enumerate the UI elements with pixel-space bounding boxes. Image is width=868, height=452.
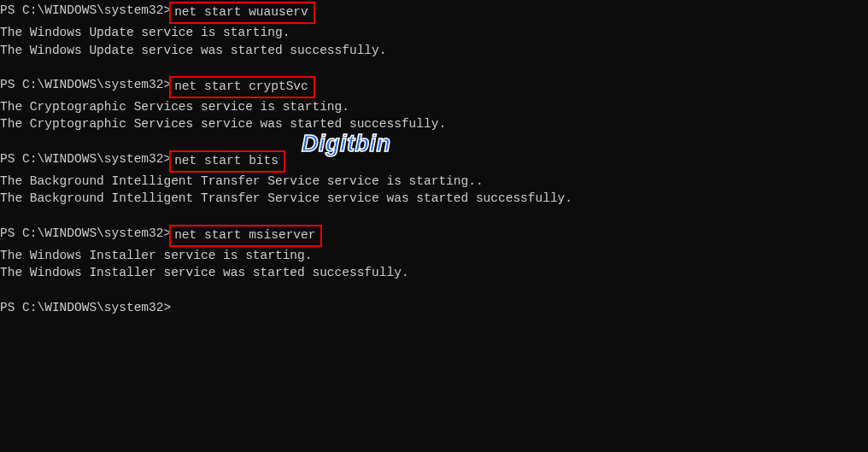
output-line: The Cryptographic Services service was s…: [0, 115, 868, 132]
output-line: The Background Intelligent Transfer Serv…: [0, 173, 868, 190]
command-highlight: net start msiserver: [169, 225, 322, 247]
prompt-text: PS C:\WINDOWS\system32>: [0, 225, 171, 242]
terminal-window[interactable]: PS C:\WINDOWS\system32> net start wuause…: [0, 2, 868, 452]
command-text: net start wuauserv: [174, 5, 308, 19]
command-line-4[interactable]: PS C:\WINDOWS\system32> net start msiser…: [0, 225, 868, 247]
command-highlight: net start bits: [169, 150, 285, 173]
output-line: The Windows Installer service was starte…: [0, 264, 868, 281]
prompt-text: PS C:\WINDOWS\system32>: [0, 150, 171, 167]
prompt-text: PS C:\WINDOWS\system32>: [0, 299, 171, 316]
prompt-text: PS C:\WINDOWS\system32>: [0, 2, 171, 19]
command-highlight: net start wuauserv: [169, 2, 315, 24]
output-line: The Cryptographic Services service is st…: [0, 98, 868, 115]
output-line: The Windows Installer service is startin…: [0, 247, 868, 264]
blank-line: [0, 59, 868, 76]
watermark-text: Digitbin: [302, 128, 390, 161]
command-line-1[interactable]: PS C:\WINDOWS\system32> net start wuause…: [0, 2, 868, 24]
blank-line: [0, 133, 868, 150]
command-text: net start msiserver: [174, 228, 315, 242]
prompt-text: PS C:\WINDOWS\system32>: [0, 76, 171, 93]
command-line-cursor[interactable]: PS C:\WINDOWS\system32>: [0, 299, 868, 316]
output-line: The Background Intelligent Transfer Serv…: [0, 190, 868, 207]
command-text: net start bits: [174, 154, 279, 167]
command-highlight: net start cryptSvc: [169, 76, 315, 98]
blank-line: [0, 208, 868, 225]
command-text: net start cryptSvc: [174, 79, 308, 93]
output-line: The Windows Update service is starting.: [0, 24, 868, 41]
command-line-3[interactable]: PS C:\WINDOWS\system32> net start bits: [0, 150, 868, 173]
output-line: The Windows Update service was started s…: [0, 42, 868, 59]
command-line-2[interactable]: PS C:\WINDOWS\system32> net start cryptS…: [0, 76, 868, 98]
blank-line: [0, 282, 868, 299]
